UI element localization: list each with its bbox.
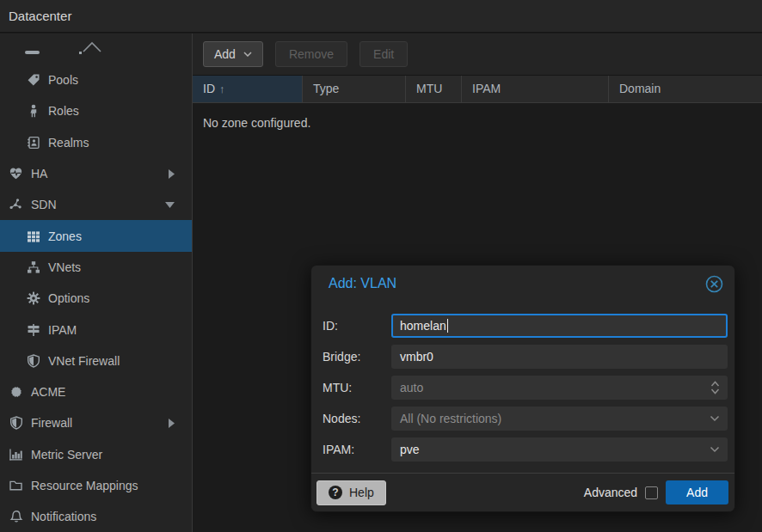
sidebar-item-metric-server[interactable]: Metric Server: [0, 439, 192, 470]
sidebar-item-label: VNet Firewall: [48, 354, 120, 368]
sidebar-item-zones[interactable]: Zones: [0, 220, 192, 251]
chevron-down-icon[interactable]: [710, 437, 720, 462]
mtu-field-label: MTU:: [323, 381, 391, 394]
sidebar-item-label: Roles: [48, 104, 79, 118]
sidebar-item-label: Pools: [48, 73, 78, 87]
caret-down-icon[interactable]: [165, 202, 175, 208]
sidebar-item-firewall[interactable]: Firewall: [0, 407, 192, 438]
sidebar-item-ha[interactable]: HA: [0, 158, 192, 189]
address-book-icon: [26, 135, 40, 150]
zones-toolbar: Add Remove Edit: [193, 34, 762, 76]
sidebar-item-label: Firewall: [31, 416, 72, 430]
sidebar-item-label: SDN: [31, 198, 57, 211]
id-input-value: homelan: [400, 319, 446, 333]
mtu-placeholder: auto: [400, 381, 423, 394]
partial-icon: [25, 51, 40, 54]
shield-icon: [9, 416, 23, 431]
caret-right-icon[interactable]: [169, 169, 175, 179]
dialog-add-button[interactable]: Add: [666, 480, 728, 504]
table-header: ID↑ Type MTU IPAM Domain: [193, 76, 762, 103]
tag-icon: [26, 73, 40, 88]
chevron-down-icon[interactable]: [710, 407, 720, 431]
field-row-nodes: Nodes: All (No restrictions): [323, 407, 728, 431]
remove-button-label: Remove: [289, 47, 334, 61]
sidebar-item-label: ACME: [31, 385, 65, 399]
folder-icon: [9, 479, 23, 493]
signpost-icon: [26, 322, 40, 337]
ipam-dropdown[interactable]: pve: [391, 437, 728, 462]
bridge-input[interactable]: vmbr0: [391, 345, 728, 369]
advanced-checkbox[interactable]: [645, 486, 658, 499]
sidebar-item-label: HA: [31, 167, 47, 180]
column-header-domain[interactable]: Domain: [609, 76, 762, 102]
sidebar-item-roles[interactable]: Roles: [0, 95, 192, 126]
mtu-spinner[interactable]: auto: [391, 376, 728, 400]
nodes-dropdown[interactable]: All (No restrictions): [391, 407, 728, 431]
id-field-label: ID:: [323, 319, 391, 333]
field-row-mtu: MTU: auto: [323, 376, 728, 400]
add-vlan-dialog: Add: VLAN ID: homelan Bridge: vmbr0 MTU:…: [310, 265, 735, 512]
nodes-placeholder: All (No restrictions): [400, 412, 501, 425]
page-title: Datacenter: [9, 0, 71, 33]
sidebar-item-label: VNets: [48, 260, 81, 274]
column-header-type[interactable]: Type: [303, 76, 406, 102]
sidebar-item-acme[interactable]: ACME: [0, 376, 192, 407]
sidebar-item-options[interactable]: Options: [0, 283, 192, 314]
dialog-header[interactable]: Add: VLAN: [311, 266, 734, 303]
sidebar-item-partial[interactable]: [0, 34, 192, 64]
chevron-down-icon: [243, 52, 252, 57]
sidebar-item-pools[interactable]: Pools: [0, 64, 192, 95]
edit-button-label: Edit: [373, 47, 394, 61]
dialog-footer: ? Help Advanced Add: [311, 473, 734, 511]
partial-text-fragment: [79, 52, 82, 54]
certificate-icon: [9, 385, 23, 400]
heartbeat-icon: [9, 167, 23, 181]
caret-right-icon[interactable]: [169, 419, 175, 428]
sidebar-item-realms[interactable]: Realms: [0, 127, 192, 158]
sidebar-item-notifications[interactable]: Notifications: [0, 501, 192, 532]
close-icon[interactable]: [705, 275, 723, 293]
sidebar-item-sdn[interactable]: SDN: [0, 189, 192, 220]
shield-icon: [26, 353, 40, 368]
column-header-mtu[interactable]: MTU: [406, 76, 462, 102]
sidebar-item-vnet-firewall[interactable]: VNet Firewall: [0, 345, 192, 376]
sidebar-item-label: Zones: [48, 229, 82, 243]
bell-icon: [9, 510, 23, 524]
sidebar-item-ipam[interactable]: IPAM: [0, 314, 192, 345]
sidebar-tree: Pools Roles Realms HA SDN: [0, 34, 193, 532]
spinner-up-down-icon[interactable]: [710, 376, 720, 400]
field-row-ipam: IPAM: pve: [323, 437, 728, 462]
field-row-bridge: Bridge: vmbr0: [323, 345, 728, 369]
ipam-field-label: IPAM:: [323, 443, 391, 456]
bridge-field-label: Bridge:: [323, 350, 391, 364]
add-button[interactable]: Add: [203, 41, 263, 67]
remove-button[interactable]: Remove: [275, 41, 347, 67]
id-input[interactable]: homelan: [391, 314, 728, 338]
add-button-label: Add: [214, 47, 236, 61]
sidebar-item-resource-mappings[interactable]: Resource Mappings: [0, 470, 192, 501]
field-row-id: ID: homelan: [323, 314, 728, 338]
help-button-label: Help: [349, 486, 374, 499]
sort-asc-icon: ↑: [219, 83, 225, 95]
dialog-title: Add: VLAN: [329, 276, 396, 291]
sidebar-item-label: Options: [48, 291, 89, 305]
bridge-input-value: vmbr0: [400, 350, 433, 364]
dialog-add-button-label: Add: [686, 486, 708, 499]
sitemap-icon: [26, 260, 40, 274]
column-header-id[interactable]: ID↑: [193, 76, 303, 102]
sidebar-item-label: Realms: [48, 136, 89, 150]
ipam-dropdown-value: pve: [400, 443, 420, 456]
column-header-ipam[interactable]: IPAM: [462, 76, 609, 102]
sidebar-item-label: Metric Server: [31, 448, 102, 462]
help-button[interactable]: ? Help: [316, 480, 386, 505]
sidebar-item-label: IPAM: [48, 323, 77, 337]
empty-table-message: No zone configured.: [193, 103, 762, 143]
top-bar: Datacenter: [0, 0, 762, 33]
question-circle-icon: ?: [329, 486, 342, 499]
sidebar-item-label: Resource Mappings: [31, 479, 138, 492]
sidebar-item-vnets[interactable]: VNets: [0, 252, 192, 283]
network-nodes-icon: [9, 198, 23, 212]
person-icon: [26, 104, 40, 119]
edit-button[interactable]: Edit: [359, 41, 408, 67]
grid-icon: [26, 229, 40, 243]
